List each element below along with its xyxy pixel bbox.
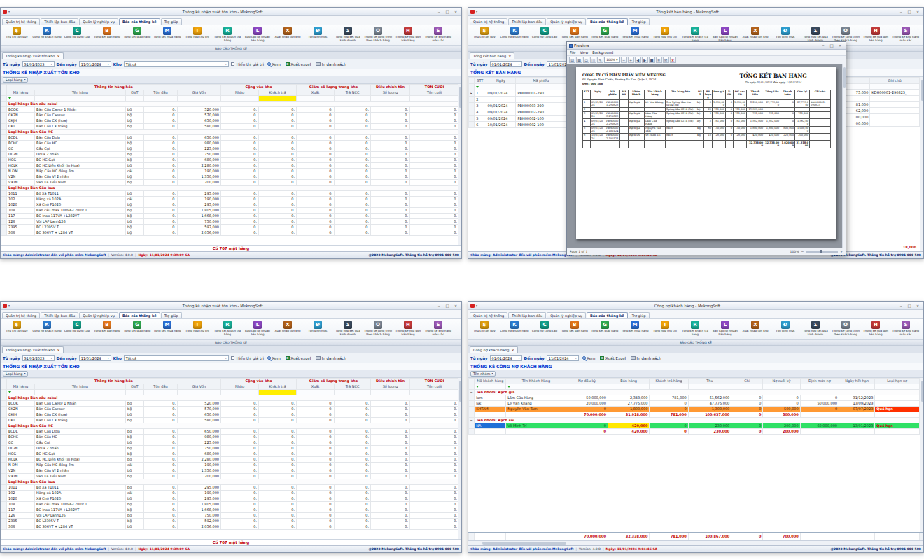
menu-item[interactable]: Background — [592, 50, 613, 55]
print-list-button[interactable]: In danh sách — [314, 356, 348, 360]
menu-tab[interactable]: Thiết lập ban đầu — [508, 312, 546, 318]
table-row[interactable]: BCOKBàn Cầu Caesv 1 Nhấnbộ0.520,0000.0.0… — [1, 401, 459, 407]
table-row[interactable]: BCHCBàn Cầu HCbộ0.980,0000.0.0.0.0.0. — [1, 141, 459, 146]
column-header[interactable]: Định mức nợ — [800, 379, 839, 384]
print-list-button[interactable]: In danh sách — [314, 62, 348, 66]
table-row[interactable]: 81,000 — [846, 102, 920, 108]
close-tab-icon[interactable]: × — [57, 348, 59, 352]
close-tab-icon[interactable]: × — [57, 54, 59, 58]
to-date-input[interactable]: 11/01/2024▾ — [79, 61, 111, 67]
preview-tool-icon[interactable]: ◀ — [635, 57, 641, 63]
table-row[interactable]: VXTNVan Xả Tiểu Nambộ0.200,0000.0.0.0.0.… — [1, 180, 459, 186]
menu-tab[interactable]: Trợ giúp — [161, 18, 182, 24]
group-row[interactable]: −Tên nhóm: Rạch sỏi — [469, 418, 920, 424]
toolbar-button[interactable]: TTổng hợp thu chi — [650, 320, 680, 337]
maximize-button[interactable]: □ — [444, 304, 451, 308]
from-date-input[interactable]: 01/01/2024▾ — [490, 355, 522, 361]
table-row[interactable]: HCLKBC HC Liền Khối (in Hoa)bộ0.2,280,00… — [1, 163, 459, 169]
toolbar-button[interactable]: ΣTổng hợp kết quả kinh doanh — [801, 320, 830, 337]
show-values-checkbox[interactable] — [231, 62, 234, 66]
table-row[interactable]: CKJHBàn Cầu CK (hoa)bộ0.650,0000.0.0.0.0… — [1, 412, 459, 418]
table-row[interactable]: 108Bàn cầu max 108VA-L280V Tbộ0.1,805,00… — [1, 502, 459, 507]
table-row[interactable]: 102Hàng xả 102Acái0.190,0000.0.0.0.0.0. — [1, 491, 459, 496]
column-header[interactable]: Loại hạn nợ — [875, 379, 920, 384]
toolbar-button[interactable]: HThống kê hóa đơn bán hàng — [861, 26, 890, 43]
toolbar-button[interactable]: HThống kê hóa đơn bán hàng — [393, 320, 423, 337]
minimize-button[interactable]: – — [820, 43, 827, 48]
document-tab[interactable]: Thống kê nhập xuất tồn kho× — [2, 52, 64, 59]
debt-grid[interactable]: Mã khách hàngTên Khách HàngNợ đầu kỳBán … — [468, 377, 923, 532]
quick-access-toolbar[interactable]: ▾ — [8, 304, 10, 307]
toolbar-button[interactable]: OThống kê công trình theo khách hàng — [831, 320, 860, 337]
menu-tab[interactable]: Quản lý nghiệp vụ — [79, 18, 118, 24]
table-row[interactable]: 126Vòi LAP Lanh126bộ0.750,0000.0.0.0.0.0… — [1, 219, 459, 225]
table-row[interactable]: 117BC Inax 117VA +L282VTbộ0.1,668,0000.0… — [1, 214, 459, 219]
close-button[interactable]: × — [914, 10, 921, 14]
table-row[interactable]: 509/01/2024PBH00002-100 — [469, 115, 566, 122]
quick-access-toolbar[interactable]: ▾ — [476, 10, 477, 13]
menu-tab[interactable]: Báo cáo thống kê — [119, 18, 160, 24]
minimize-button[interactable]: – — [435, 304, 442, 308]
toolbar-button[interactable]: XXuất nhập tồn kho — [273, 26, 302, 43]
toolbar-button[interactable]: XXuất nhập tồn kho — [273, 320, 302, 337]
table-row[interactable]: lamLâm Cửa Hàng50,000,0002,343,000781,00… — [469, 396, 920, 401]
menu-tab[interactable]: Trợ giúp — [629, 18, 650, 24]
table-row[interactable]: 306BC 306VT + L284 VTbộ0.2,056,0000.0.0.… — [1, 230, 459, 236]
table-row[interactable]: V2NBàn Cầu Vĩ 2 nhấnbộ0.1,350,0000.0.0.0… — [1, 174, 459, 180]
table-row[interactable]: lvkLê Văn Kháng20,000,00027,775,000047,7… — [469, 401, 920, 407]
close-tab-icon[interactable]: × — [512, 348, 514, 352]
column-header[interactable]: STT — [475, 78, 486, 84]
toolbar-button[interactable]: CCông nợ cung cấp — [530, 26, 559, 43]
menu-tab[interactable]: Báo cáo thống kê — [587, 18, 628, 24]
preview-tool-icon[interactable]: ✎ — [597, 57, 603, 63]
column-header[interactable]: Tên hàng — [35, 384, 126, 390]
table-row[interactable]: 1011Bộ Xả T1011bộ0.295,0000.0.0.0.0.0. — [1, 191, 459, 197]
table-row[interactable]: ▸109/01/2024PBH00001-290 — [469, 90, 566, 97]
view-button[interactable]: Xem — [581, 356, 597, 360]
titlebar[interactable]: ▾ Tổng kết bán hàng - MekongSoft – □ × — [468, 8, 923, 16]
preview-tool-icon[interactable]: ▤ — [569, 57, 575, 63]
table-row[interactable]: DL2NDoLa 2 nhấnbộ0.750,0000.0.0.0.0.0. — [1, 446, 459, 451]
menu-tab[interactable]: Thiết lập ban đầu — [41, 312, 78, 318]
menu-tab[interactable]: Quản lý nghiệp vụ — [547, 312, 586, 318]
table-row[interactable]: CKTBàn Cầu CK trắngbộ0.580,0000.0.0.0.0.… — [1, 124, 459, 130]
column-header[interactable]: Trả NCC — [335, 90, 371, 96]
table-row[interactable]: DL2NDoLa 2 nhấnbộ0.750,0000.0.0.0.0.0. — [1, 152, 459, 158]
quick-access-toolbar[interactable]: ▾ — [476, 304, 477, 307]
close-button[interactable]: × — [914, 304, 921, 308]
toolbar-button[interactable]: MTổng kết mua hàng — [153, 26, 182, 43]
menu-tab[interactable]: Thiết lập ban đầu — [41, 18, 78, 24]
column-header[interactable]: Khách trả hàng — [650, 379, 688, 384]
toolbar-button[interactable]: SThống kê kho hàng màu sắc — [891, 26, 920, 43]
inventory-grid[interactable]: Thông tin hàng hóaCộng vào khoGiảm số lư… — [1, 377, 461, 539]
toolbar-button[interactable]: ĐTồn định mức — [771, 320, 800, 337]
vertical-scrollbar[interactable] — [842, 64, 846, 248]
minimize-button[interactable]: – — [897, 304, 904, 308]
table-row[interactable]: 00,000 — [846, 114, 920, 120]
table-row[interactable]: 108Bàn cầu max 108VA-L280V Tbộ0.1,805,00… — [1, 208, 459, 214]
table-row[interactable]: 1011Bộ Xả T1011bộ0.295,0000.0.0.0.0.0. — [1, 485, 459, 491]
toolbar-button[interactable]: OThống kê công trình theo khách hàng — [831, 26, 860, 43]
toolbar-button[interactable]: RTổng kết khách trả hàng — [213, 320, 242, 337]
preview-tool-icon[interactable]: + — [628, 57, 634, 63]
toolbar-button[interactable]: $Thu chi tồn quỹ — [2, 320, 31, 337]
group-row[interactable]: −Loại hàng: Bàn Cầu HC — [1, 424, 459, 429]
table-row[interactable]: BCHCBàn Cầu HCbộ0.980,0000.0.0.0.0.0. — [1, 435, 459, 440]
print-list-button[interactable]: In danh sách — [629, 356, 663, 360]
to-date-input[interactable]: 11/01/2024▾ — [547, 355, 579, 361]
document-tab[interactable]: Công nợ khách hàng× — [470, 346, 518, 353]
group-by-chip[interactable]: Loại hàng▾ — [3, 77, 28, 83]
maximize-button[interactable]: □ — [444, 10, 451, 14]
menu-tab[interactable]: Quản trị hệ thống — [470, 312, 507, 318]
column-header[interactable]: Ngày hết hạn — [839, 379, 875, 384]
table-row[interactable]: 2395BC L2395V Tbộ0.592,0000.0.0.0.0.0. — [1, 519, 459, 524]
filter-row[interactable] — [469, 384, 920, 390]
close-button[interactable]: × — [452, 304, 459, 308]
group-row[interactable]: −Loại hàng: Bàn cầu cakal — [1, 396, 459, 401]
toolbar-button[interactable]: KCông nợ khách hàng — [500, 320, 529, 337]
column-header[interactable]: Mã hàng — [7, 90, 35, 96]
table-row[interactable]: 309/01/2024PBH00003-290 — [469, 103, 566, 109]
table-row[interactable]: HCLKBC HC Liền Khối (in Hoa)bộ0.2,280,00… — [1, 457, 459, 463]
toolbar-button[interactable]: KCông nợ khách hàng — [32, 26, 62, 43]
menu-tab[interactable]: Báo cáo thống kê — [119, 312, 160, 318]
